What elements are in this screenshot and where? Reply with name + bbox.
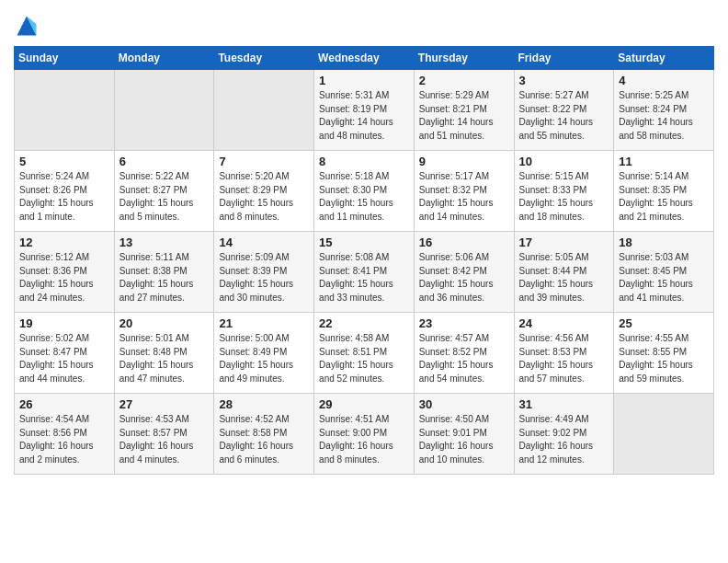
day-number: 17 <box>519 236 609 249</box>
calendar-cell: 2Sunrise: 5:29 AM Sunset: 8:21 PM Daylig… <box>414 70 514 151</box>
calendar-cell: 18Sunrise: 5:03 AM Sunset: 8:45 PM Dayli… <box>614 232 714 313</box>
day-info: Sunrise: 5:12 AM Sunset: 8:36 PM Dayligh… <box>19 251 109 304</box>
day-number: 23 <box>419 316 509 330</box>
header-cell-friday: Friday <box>514 47 614 70</box>
day-info: Sunrise: 5:27 AM Sunset: 8:22 PM Dayligh… <box>519 89 609 143</box>
week-row: 5Sunrise: 5:24 AM Sunset: 8:26 PM Daylig… <box>15 151 714 232</box>
calendar-cell: 25Sunrise: 4:55 AM Sunset: 8:55 PM Dayli… <box>614 313 714 394</box>
day-number: 25 <box>619 316 709 330</box>
calendar-cell: 26Sunrise: 4:54 AM Sunset: 8:56 PM Dayli… <box>15 394 115 475</box>
header-cell-sunday: Sunday <box>15 47 115 70</box>
header-cell-tuesday: Tuesday <box>214 47 314 70</box>
calendar-cell: 3Sunrise: 5:27 AM Sunset: 8:22 PM Daylig… <box>514 70 614 151</box>
day-number: 1 <box>319 74 409 87</box>
day-number: 4 <box>619 74 709 87</box>
day-info: Sunrise: 4:49 AM Sunset: 9:02 PM Dayligh… <box>519 413 609 466</box>
calendar-cell: 20Sunrise: 5:01 AM Sunset: 8:48 PM Dayli… <box>114 313 214 394</box>
calendar-cell <box>114 70 214 151</box>
calendar-body: 1Sunrise: 5:31 AM Sunset: 8:19 PM Daylig… <box>15 70 714 475</box>
day-number: 14 <box>219 236 309 249</box>
day-number: 9 <box>419 155 509 168</box>
calendar-cell: 8Sunrise: 5:18 AM Sunset: 8:30 PM Daylig… <box>314 151 415 232</box>
day-number: 16 <box>419 236 509 249</box>
day-number: 19 <box>19 316 109 330</box>
calendar-cell <box>614 394 714 475</box>
week-row: 26Sunrise: 4:54 AM Sunset: 8:56 PM Dayli… <box>15 394 714 475</box>
header <box>14 9 714 39</box>
day-info: Sunrise: 4:51 AM Sunset: 9:00 PM Dayligh… <box>319 413 409 466</box>
logo-icon <box>14 13 40 39</box>
day-info: Sunrise: 4:50 AM Sunset: 9:01 PM Dayligh… <box>419 413 509 466</box>
calendar-cell: 4Sunrise: 5:25 AM Sunset: 8:24 PM Daylig… <box>614 70 714 151</box>
day-info: Sunrise: 5:15 AM Sunset: 8:33 PM Dayligh… <box>519 170 609 224</box>
day-info: Sunrise: 5:29 AM Sunset: 8:21 PM Dayligh… <box>419 89 509 143</box>
calendar-cell: 5Sunrise: 5:24 AM Sunset: 8:26 PM Daylig… <box>15 151 115 232</box>
day-number: 26 <box>19 397 109 411</box>
day-info: Sunrise: 5:22 AM Sunset: 8:27 PM Dayligh… <box>119 170 210 224</box>
logo <box>14 13 41 39</box>
day-info: Sunrise: 4:53 AM Sunset: 8:57 PM Dayligh… <box>119 413 210 466</box>
calendar-cell: 15Sunrise: 5:08 AM Sunset: 8:41 PM Dayli… <box>314 232 415 313</box>
day-number: 29 <box>319 397 409 411</box>
week-row: 12Sunrise: 5:12 AM Sunset: 8:36 PM Dayli… <box>15 232 714 313</box>
day-number: 24 <box>519 316 609 330</box>
day-number: 13 <box>119 236 210 249</box>
day-info: Sunrise: 5:31 AM Sunset: 8:19 PM Dayligh… <box>319 89 409 143</box>
day-info: Sunrise: 5:00 AM Sunset: 8:49 PM Dayligh… <box>219 332 309 385</box>
day-info: Sunrise: 5:08 AM Sunset: 8:41 PM Dayligh… <box>319 251 409 304</box>
header-cell-thursday: Thursday <box>414 47 514 70</box>
day-info: Sunrise: 5:17 AM Sunset: 8:32 PM Dayligh… <box>419 170 509 224</box>
calendar-cell <box>15 70 115 151</box>
day-number: 20 <box>119 316 210 330</box>
calendar-cell <box>214 70 314 151</box>
day-info: Sunrise: 5:06 AM Sunset: 8:42 PM Dayligh… <box>419 251 509 304</box>
day-info: Sunrise: 5:24 AM Sunset: 8:26 PM Dayligh… <box>19 170 109 224</box>
calendar-cell: 21Sunrise: 5:00 AM Sunset: 8:49 PM Dayli… <box>214 313 314 394</box>
day-number: 31 <box>519 397 609 411</box>
day-number: 6 <box>119 155 210 168</box>
calendar-cell: 11Sunrise: 5:14 AM Sunset: 8:35 PM Dayli… <box>614 151 714 232</box>
calendar-cell: 28Sunrise: 4:52 AM Sunset: 8:58 PM Dayli… <box>214 394 314 475</box>
day-number: 18 <box>619 236 709 249</box>
week-row: 19Sunrise: 5:02 AM Sunset: 8:47 PM Dayli… <box>15 313 714 394</box>
header-cell-saturday: Saturday <box>614 47 714 70</box>
day-number: 5 <box>19 155 109 168</box>
day-info: Sunrise: 4:57 AM Sunset: 8:52 PM Dayligh… <box>419 332 509 385</box>
day-info: Sunrise: 5:01 AM Sunset: 8:48 PM Dayligh… <box>119 332 210 385</box>
calendar-cell: 10Sunrise: 5:15 AM Sunset: 8:33 PM Dayli… <box>514 151 614 232</box>
day-number: 21 <box>219 316 309 330</box>
day-info: Sunrise: 5:09 AM Sunset: 8:39 PM Dayligh… <box>219 251 309 304</box>
day-info: Sunrise: 5:25 AM Sunset: 8:24 PM Dayligh… <box>619 89 709 143</box>
day-info: Sunrise: 4:54 AM Sunset: 8:56 PM Dayligh… <box>19 413 109 466</box>
day-info: Sunrise: 5:03 AM Sunset: 8:45 PM Dayligh… <box>619 251 709 304</box>
day-info: Sunrise: 5:20 AM Sunset: 8:29 PM Dayligh… <box>219 170 309 224</box>
calendar-cell: 9Sunrise: 5:17 AM Sunset: 8:32 PM Daylig… <box>414 151 514 232</box>
calendar-table: SundayMondayTuesdayWednesdayThursdayFrid… <box>14 46 714 475</box>
day-number: 28 <box>219 397 309 411</box>
day-number: 2 <box>419 74 509 87</box>
calendar-cell: 29Sunrise: 4:51 AM Sunset: 9:00 PM Dayli… <box>314 394 415 475</box>
day-number: 3 <box>519 74 609 87</box>
calendar-cell: 12Sunrise: 5:12 AM Sunset: 8:36 PM Dayli… <box>15 232 115 313</box>
day-number: 11 <box>619 155 709 168</box>
day-number: 27 <box>119 397 210 411</box>
day-number: 10 <box>519 155 609 168</box>
calendar-header: SundayMondayTuesdayWednesdayThursdayFrid… <box>15 47 714 70</box>
calendar-cell: 24Sunrise: 4:56 AM Sunset: 8:53 PM Dayli… <box>514 313 614 394</box>
day-info: Sunrise: 4:56 AM Sunset: 8:53 PM Dayligh… <box>519 332 609 385</box>
day-info: Sunrise: 4:58 AM Sunset: 8:51 PM Dayligh… <box>319 332 409 385</box>
calendar-cell: 30Sunrise: 4:50 AM Sunset: 9:01 PM Dayli… <box>414 394 514 475</box>
header-row: SundayMondayTuesdayWednesdayThursdayFrid… <box>15 47 714 70</box>
calendar-cell: 23Sunrise: 4:57 AM Sunset: 8:52 PM Dayli… <box>414 313 514 394</box>
calendar-cell: 27Sunrise: 4:53 AM Sunset: 8:57 PM Dayli… <box>114 394 214 475</box>
calendar-cell: 14Sunrise: 5:09 AM Sunset: 8:39 PM Dayli… <box>214 232 314 313</box>
day-info: Sunrise: 5:18 AM Sunset: 8:30 PM Dayligh… <box>319 170 409 224</box>
day-info: Sunrise: 4:52 AM Sunset: 8:58 PM Dayligh… <box>219 413 309 466</box>
day-info: Sunrise: 5:11 AM Sunset: 8:38 PM Dayligh… <box>119 251 210 304</box>
calendar-cell: 6Sunrise: 5:22 AM Sunset: 8:27 PM Daylig… <box>114 151 214 232</box>
calendar-cell: 17Sunrise: 5:05 AM Sunset: 8:44 PM Dayli… <box>514 232 614 313</box>
calendar-cell: 13Sunrise: 5:11 AM Sunset: 8:38 PM Dayli… <box>114 232 214 313</box>
calendar-cell: 7Sunrise: 5:20 AM Sunset: 8:29 PM Daylig… <box>214 151 314 232</box>
day-number: 30 <box>419 397 509 411</box>
day-number: 12 <box>19 236 109 249</box>
